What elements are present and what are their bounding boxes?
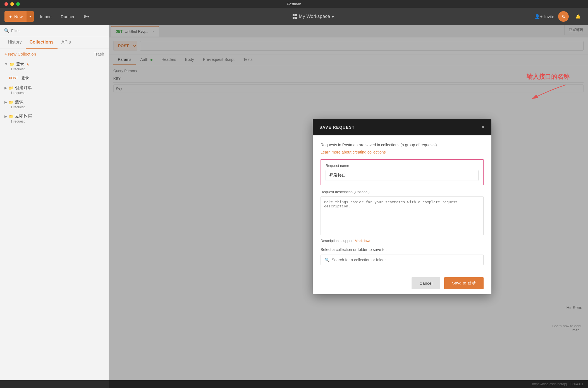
folder-icon: 📁: [9, 62, 14, 66]
learn-more-link[interactable]: Learn more about creating collections: [321, 150, 386, 154]
titlebar: Postman: [0, 0, 588, 8]
runner-button[interactable]: Runner: [58, 13, 77, 21]
fork-button[interactable]: ⊕▾: [81, 12, 92, 21]
maximize-dot[interactable]: [16, 2, 20, 6]
markdown-note: Descriptions support Markdown: [321, 239, 484, 243]
collection-item-order[interactable]: ▶ 📁 创建订单 1 request: [0, 83, 109, 97]
collection-count-test: 1 request: [11, 105, 104, 109]
main-layout: 🔍 History Collections APIs + New Collect…: [0, 25, 588, 388]
collection-item-test[interactable]: ▶ 📁 测试 1 request: [0, 97, 109, 111]
request-name-input[interactable]: [326, 170, 479, 181]
save-request-modal: SAVE REQUEST × Requests in Postman are s…: [313, 119, 491, 294]
collection-count-login: 1 request: [11, 67, 104, 71]
sidebar-tabs: History Collections APIs: [0, 36, 109, 49]
collection-header-buy: ▶ 📁 立即购买: [4, 114, 104, 119]
main-toolbar: ＋ New ▾ Import Runner ⊕▾ My Workspace ▾ …: [0, 8, 588, 25]
minimize-dot[interactable]: [10, 2, 14, 6]
workspace-center: My Workspace ▾: [95, 14, 532, 20]
collection-search-area: 🔍: [321, 255, 484, 265]
tab-apis[interactable]: APIs: [58, 36, 75, 49]
toolbar-right: 👤+ Invite ↻ 🔔: [535, 11, 584, 22]
new-collection-button[interactable]: + New Collection: [4, 52, 36, 56]
modal-title: SAVE REQUEST: [319, 125, 355, 130]
modal-body: Requests in Postman are saved in collect…: [313, 135, 491, 272]
collection-header-order: ▶ 📁 创建订单: [4, 85, 104, 90]
method-badge-post: POST: [9, 76, 19, 80]
collection-header-test: ▶ 📁 测试: [4, 99, 104, 105]
collection-search-input[interactable]: [332, 258, 479, 262]
trash-button[interactable]: Trash: [94, 52, 104, 56]
collection-count-buy: 1 request: [11, 119, 104, 123]
app-title: Postman: [287, 2, 301, 6]
collection-item-login[interactable]: ▼ 📁 登录 ★ 1 request: [0, 59, 109, 73]
collection-name-test: 测试: [15, 99, 23, 105]
sidebar: 🔍 History Collections APIs + New Collect…: [0, 25, 109, 388]
request-name-section: Request name: [321, 159, 484, 185]
close-dot[interactable]: [4, 2, 8, 6]
workspace-grid-icon: [293, 14, 297, 19]
workspace-dropdown-icon: ▾: [332, 14, 334, 20]
caret-right-icon-3: ▶: [4, 114, 7, 118]
collection-header-login: ▼ 📁 登录 ★: [4, 61, 104, 67]
window-controls: [4, 2, 20, 6]
modal-description: Requests in Postman are saved in collect…: [321, 142, 484, 148]
tab-history[interactable]: History: [4, 36, 26, 49]
collection-count-order: 1 request: [11, 91, 104, 95]
tab-collections[interactable]: Collections: [26, 36, 58, 49]
cancel-button[interactable]: Cancel: [412, 277, 440, 289]
request-name-login: 登录: [21, 76, 29, 81]
workspace-button[interactable]: My Workspace ▾: [293, 14, 334, 20]
collection-item-buy[interactable]: ▶ 📁 立即购买 1 request: [0, 111, 109, 126]
modal-footer: Cancel Save to 登录: [313, 272, 491, 294]
folder-icon-4: 📁: [9, 114, 13, 119]
collection-name-order: 创建订单: [15, 85, 32, 90]
request-item-login[interactable]: POST 登录: [0, 73, 109, 83]
collection-list: ▼ 📁 登录 ★ 1 request POST 登录 ▶ 📁 创建订单 1 re…: [0, 59, 109, 388]
plus-icon: ＋: [8, 14, 13, 19]
markdown-link[interactable]: Markdown: [355, 239, 371, 243]
collection-name-login: 登录: [16, 61, 24, 67]
modal-header: SAVE REQUEST ×: [313, 119, 491, 135]
save-button[interactable]: Save to 登录: [444, 277, 484, 289]
caret-right-icon: ▶: [4, 86, 7, 90]
new-button[interactable]: ＋ New: [4, 11, 27, 22]
caret-right-icon-2: ▶: [4, 100, 7, 104]
new-button-dropdown[interactable]: ▾: [27, 11, 34, 22]
import-button[interactable]: Import: [37, 13, 55, 21]
new-button-group: ＋ New ▾: [4, 11, 34, 22]
search-input[interactable]: [11, 28, 105, 33]
request-desc-label: Request description (Optional): [321, 190, 484, 194]
search-icon-modal: 🔍: [325, 258, 329, 262]
sidebar-search-area: 🔍: [0, 25, 109, 36]
content-area: 正式环境 GET Untitled Req... × + ··· POST GE…: [109, 25, 588, 388]
folder-icon-3: 📁: [9, 100, 13, 104]
notifications-button[interactable]: 🔔: [573, 12, 584, 21]
invite-icon: 👤+: [535, 14, 542, 19]
star-icon: ★: [26, 62, 30, 66]
sync-button[interactable]: ↻: [558, 11, 569, 22]
caret-down-icon: ▼: [4, 62, 8, 66]
request-desc-textarea[interactable]: [321, 196, 484, 235]
invite-button[interactable]: 👤+ Invite: [535, 14, 554, 19]
modal-close-button[interactable]: ×: [481, 124, 485, 130]
search-icon: 🔍: [4, 28, 9, 33]
sync-icon: ↻: [562, 14, 565, 19]
collection-select-label: Select a collection or folder to save to…: [321, 247, 484, 252]
collection-name-buy: 立即购买: [15, 114, 32, 119]
folder-icon-2: 📁: [9, 86, 13, 90]
sidebar-actions: + New Collection Trash: [0, 49, 109, 59]
request-name-label: Request name: [326, 164, 479, 168]
